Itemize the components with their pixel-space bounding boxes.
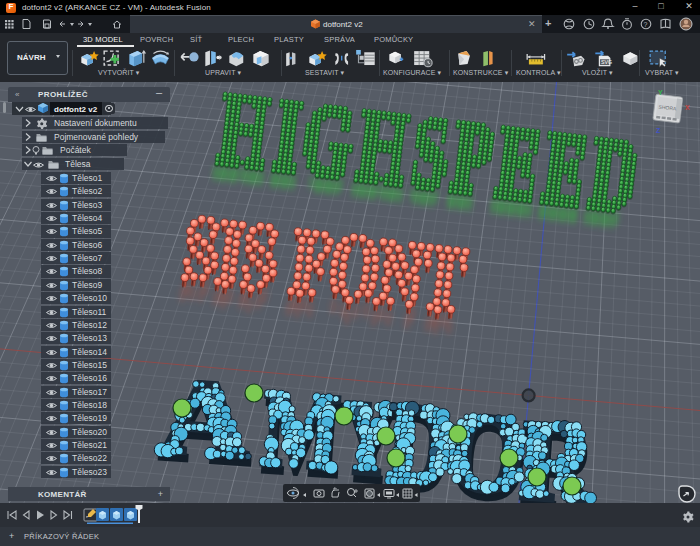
svg-text:A: A xyxy=(156,355,254,480)
svg-text:SVG: SVG xyxy=(601,59,612,65)
svg-text:X: X xyxy=(685,104,690,111)
svg-text:?: ? xyxy=(644,21,648,28)
svg-text:Z: Z xyxy=(656,127,661,134)
svg-text:Y: Y xyxy=(658,89,663,96)
